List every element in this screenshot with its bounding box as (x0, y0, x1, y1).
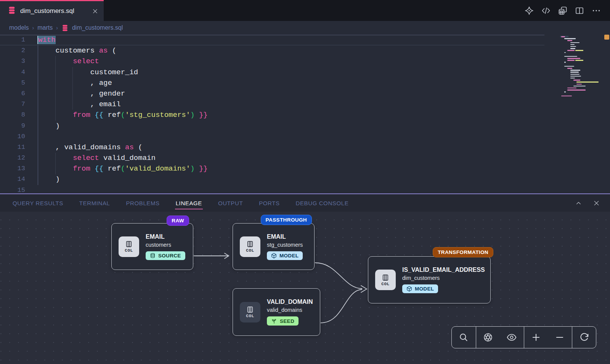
node-column-name: EMAIL (267, 233, 303, 240)
code-token: ( (108, 46, 116, 55)
panel-tab-debug-console[interactable]: DEBUG CONSOLE (296, 195, 349, 211)
aperture-icon[interactable] (476, 327, 500, 348)
node-badge-transformation: TRANSFORMATION (433, 247, 493, 257)
code-line[interactable]: customer_id (38, 67, 544, 78)
line-number: 15 (0, 185, 25, 193)
refresh-icon[interactable] (572, 327, 596, 348)
code-line[interactable] (38, 131, 544, 142)
code-token: valid_domain (99, 154, 156, 162)
overview-ruler[interactable] (603, 35, 610, 193)
close-tab-icon[interactable] (92, 8, 98, 14)
node-table-name: valid_domains (267, 307, 313, 313)
node-info: EMAILstg_customersMODEL (267, 233, 303, 260)
code-line[interactable]: select valid_domain (38, 153, 544, 163)
code-line[interactable]: ) (38, 174, 544, 185)
breadcrumb-separator: › (56, 25, 58, 31)
query-results-icon[interactable] (558, 6, 567, 15)
minimap[interactable] (561, 36, 602, 97)
search-icon[interactable] (452, 327, 475, 348)
panel-tab-problems[interactable]: PROBLEMS (126, 195, 160, 211)
compiled-code-icon[interactable] (541, 6, 551, 15)
code-token (90, 164, 95, 173)
panel-tab-terminal[interactable]: TERMINAL (79, 195, 110, 211)
code-token: from (73, 111, 90, 119)
code-token: select (73, 154, 99, 162)
sprout-icon (271, 318, 277, 324)
cube-icon (406, 286, 412, 292)
toolbar-group (524, 327, 572, 348)
lineage-edge (321, 289, 362, 323)
node-column-name: VALID_DOMAIN (267, 299, 313, 305)
database-icon (61, 24, 69, 32)
code-line[interactable]: select (38, 56, 544, 67)
lineage-node-stg_customers[interactable]: PASSTHROUGHCOLEMAILstg_customersMODEL (233, 223, 315, 270)
code-token: customers (38, 46, 99, 55)
lineage-canvas[interactable]: RAWCOLEMAILcustomersSOURCEPASSTHROUGHCOL… (0, 212, 610, 364)
code-line[interactable]: ) (38, 121, 544, 131)
code-token: , valid_domains (38, 143, 125, 152)
line-number: 11 (0, 142, 25, 153)
lineage-toolbar (451, 326, 596, 348)
line-number: 3 (0, 56, 25, 67)
node-type-label: MODEL (279, 253, 299, 259)
code-token: ( (134, 143, 143, 152)
code-line[interactable]: with (38, 35, 544, 45)
code-token: ) (38, 175, 60, 184)
code-line[interactable]: , valid_domains as ( (38, 142, 544, 153)
collapse-panel-icon[interactable] (575, 200, 582, 207)
line-number: 13 (0, 163, 25, 174)
close-panel-icon[interactable] (593, 200, 600, 207)
database-icon (8, 6, 16, 16)
panel-tab-output[interactable]: OUTPUT (218, 195, 243, 211)
column-chip[interactable]: COL (375, 270, 396, 290)
code-line[interactable]: customers as ( (38, 45, 544, 56)
code-area[interactable]: with customers as ( select customer_id ,… (38, 35, 544, 193)
code-token (38, 154, 73, 162)
code-token: ref (103, 164, 121, 173)
selected-token: with (38, 36, 56, 44)
panel-tab-lineage[interactable]: LINEAGE (176, 195, 202, 211)
code-line[interactable] (38, 185, 544, 193)
lineage-node-valid_domains[interactable]: COLVALID_DOMAINvalid_domainsSEED (233, 288, 320, 336)
code-line[interactable]: , age (38, 78, 544, 88)
code-line[interactable]: , email (38, 99, 544, 110)
tab-dim-customers-sql[interactable]: dim_customers.sql (0, 0, 104, 21)
code-line[interactable]: from {{ ref('valid_domains') }} (38, 163, 544, 174)
lineage-node-customers[interactable]: RAWCOLEMAILcustomersSOURCE (111, 223, 193, 270)
zoom-in-icon[interactable] (524, 327, 548, 348)
node-table-name: stg_customers (267, 242, 303, 248)
breadcrumb-segment[interactable]: models (9, 24, 29, 31)
breadcrumb-segment[interactable]: dim_customers.sql (72, 24, 123, 31)
breadcrumb: models›marts› dim_customers.sql (0, 21, 610, 35)
split-editor-icon[interactable] (575, 6, 584, 15)
column-chip[interactable]: COL (119, 236, 139, 257)
breadcrumb-separator: › (32, 25, 34, 31)
column-chip[interactable]: COL (240, 236, 260, 257)
breadcrumb-segment[interactable]: marts (37, 24, 53, 31)
eye-icon[interactable] (500, 327, 523, 348)
node-type-label: MODEL (415, 286, 434, 292)
panel-tab-query-results[interactable]: QUERY RESULTS (13, 195, 63, 211)
column-chip-label: COL (125, 248, 133, 253)
code-line[interactable]: , gender (38, 88, 544, 99)
code-editor[interactable]: 123456789101112131415 with customers as … (0, 35, 610, 193)
tab-title: dim_customers.sql (20, 7, 88, 15)
code-line[interactable]: from {{ ref('stg_customers') }} (38, 110, 544, 120)
line-number: 12 (0, 153, 25, 163)
column-chip-label: COL (381, 282, 389, 286)
node-info: EMAILcustomersSOURCE (146, 233, 185, 260)
code-token: customer_id (38, 68, 138, 77)
code-token: ( (121, 111, 125, 119)
node-column-name: EMAIL (146, 233, 185, 240)
column-chip[interactable]: COL (240, 302, 260, 322)
columns-icon (246, 240, 254, 248)
code-token: ) (190, 111, 194, 119)
lineage-node-dim_customers[interactable]: TRANSFORMATIONCOLIS_VALID_EMAIL_ADDRESSd… (368, 256, 491, 303)
code-token: 'valid_domains' (125, 164, 190, 173)
toolbar-group (476, 327, 524, 348)
zoom-out-icon[interactable] (548, 327, 571, 348)
panel-tab-ports[interactable]: PORTS (259, 195, 279, 211)
edge-arrowhead (361, 286, 367, 292)
dbt-power-user-icon[interactable] (525, 6, 534, 15)
more-actions-icon[interactable] (592, 6, 601, 15)
